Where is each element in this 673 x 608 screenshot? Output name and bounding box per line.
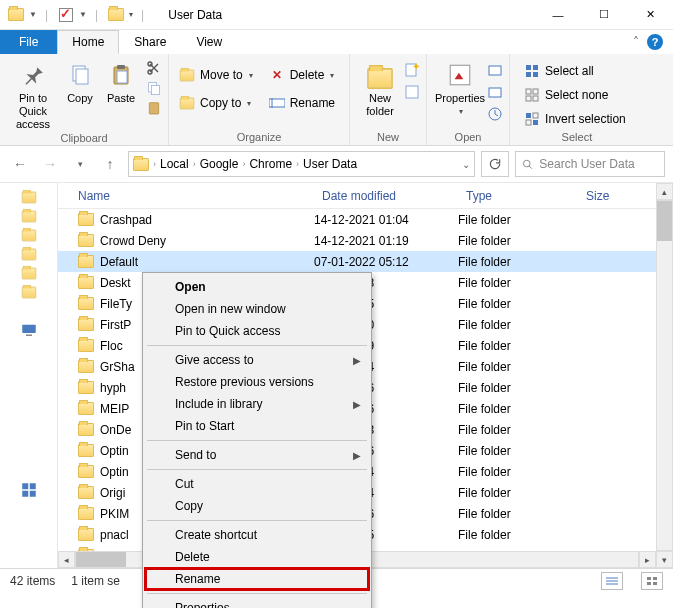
back-button[interactable]: ← [8, 152, 32, 176]
ctx-copy-label: Copy [175, 499, 203, 513]
ctx-open[interactable]: Open [145, 276, 369, 298]
scroll-thumb[interactable] [76, 552, 126, 567]
copy-button[interactable]: Copy [60, 58, 100, 105]
column-type[interactable]: Type [458, 189, 578, 203]
details-view-button[interactable] [601, 572, 623, 590]
breadcrumb[interactable]: User Data [303, 157, 357, 171]
properties-button[interactable]: Properties ▾ [433, 58, 487, 117]
tree-folder-icon[interactable] [21, 230, 35, 242]
tab-view[interactable]: View [181, 30, 237, 54]
table-row[interactable]: Crashpad14-12-2021 01:04File folder [58, 209, 656, 230]
search-box[interactable] [515, 151, 665, 177]
ctx-properties[interactable]: Properties [145, 597, 369, 608]
new-item-icon[interactable]: ✦ [404, 62, 420, 78]
vertical-scrollbar[interactable]: ▴ ▾ [656, 183, 673, 568]
forward-button[interactable]: → [38, 152, 62, 176]
select-all-button[interactable]: Select all [520, 62, 630, 80]
chevron-right-icon[interactable]: › [193, 159, 196, 169]
scroll-right-icon[interactable]: ▸ [639, 551, 656, 568]
qat-caret-icon[interactable]: ▼ [29, 10, 37, 19]
folder-icon [133, 158, 149, 171]
table-row[interactable]: Crowd Deny14-12-2021 01:19File folder [58, 230, 656, 251]
ctx-give-access[interactable]: Give access to▶ [145, 349, 369, 371]
tree-folder-icon[interactable] [21, 192, 35, 204]
ctx-delete[interactable]: Delete [145, 546, 369, 568]
rename-label: Rename [290, 96, 335, 110]
windows-icon[interactable] [20, 481, 38, 499]
ctx-open-new-window[interactable]: Open in new window [145, 298, 369, 320]
nav-tree[interactable] [0, 183, 58, 568]
column-name[interactable]: Name [58, 189, 314, 203]
breadcrumb[interactable]: Google [200, 157, 239, 171]
copy-path-icon[interactable] [146, 80, 162, 96]
scroll-down-icon[interactable]: ▾ [656, 551, 673, 568]
ctx-rename[interactable]: Rename [145, 568, 369, 590]
address-bar[interactable]: › Local› Google› Chrome› User Data ⌄ [128, 151, 475, 177]
breadcrumb[interactable]: Local [160, 157, 189, 171]
tab-share[interactable]: Share [119, 30, 181, 54]
properties-checkbox-icon[interactable] [56, 5, 76, 25]
tree-folder-icon[interactable] [21, 287, 35, 299]
this-pc-icon[interactable] [20, 321, 38, 339]
ctx-restore-versions[interactable]: Restore previous versions [145, 371, 369, 393]
large-icons-view-button[interactable] [641, 572, 663, 590]
qat-caret-icon[interactable]: ▼ [79, 10, 87, 19]
help-icon[interactable]: ? [647, 34, 663, 50]
paste-shortcut-icon[interactable] [146, 100, 162, 116]
file-type: File folder [458, 465, 578, 479]
scroll-left-icon[interactable]: ◂ [58, 551, 75, 568]
tree-folder-icon[interactable] [21, 249, 35, 261]
refresh-button[interactable] [481, 151, 509, 177]
tree-folder-icon[interactable] [21, 268, 35, 280]
edit-icon[interactable] [487, 84, 503, 100]
table-row[interactable]: Default07-01-2022 05:12File folder [58, 251, 656, 272]
copy-to-label: Copy to [200, 96, 241, 110]
ctx-include-library[interactable]: Include in library▶ [145, 393, 369, 415]
ctx-copy[interactable]: Copy [145, 495, 369, 517]
select-none-button[interactable]: Select none [520, 86, 630, 104]
minimize-button[interactable]: — [535, 0, 581, 30]
column-size[interactable]: Size [578, 189, 632, 203]
address-history-button[interactable]: ⌄ [462, 159, 470, 170]
pin-to-quick-access-button[interactable]: Pin to Quick access [6, 58, 60, 132]
tab-file[interactable]: File [0, 30, 57, 54]
ribbon-collapse-icon[interactable]: ˄ [633, 35, 639, 49]
ctx-pin-start[interactable]: Pin to Start [145, 415, 369, 437]
ctx-cut[interactable]: Cut [145, 473, 369, 495]
easy-access-icon[interactable] [404, 84, 420, 100]
open-icon[interactable] [487, 62, 503, 78]
folder-icon[interactable] [106, 5, 126, 25]
rename-button[interactable]: Rename [265, 94, 339, 112]
close-button[interactable]: ✕ [627, 0, 673, 30]
move-to-button[interactable]: Move to ▾ [175, 66, 257, 84]
delete-button[interactable]: ✕ Delete ▾ [265, 66, 339, 84]
history-icon[interactable] [487, 106, 503, 122]
chevron-right-icon[interactable]: › [242, 159, 245, 169]
ctx-create-shortcut[interactable]: Create shortcut [145, 524, 369, 546]
ribbon-group-clipboard: Pin to Quick access Copy Paste Clipboard [0, 54, 169, 145]
copy-to-button[interactable]: Copy to ▾ [175, 94, 257, 112]
column-date[interactable]: Date modified [314, 189, 458, 203]
folder-icon [78, 255, 94, 268]
breadcrumb[interactable]: Chrome [249, 157, 292, 171]
cut-icon[interactable] [146, 60, 162, 76]
invert-selection-button[interactable]: Invert selection [520, 110, 630, 128]
qat-overflow-icon[interactable]: ▾ [129, 10, 133, 19]
scroll-thumb[interactable] [657, 201, 672, 241]
chevron-right-icon[interactable]: › [296, 159, 299, 169]
tab-home[interactable]: Home [57, 30, 119, 54]
copy-to-icon [179, 95, 195, 111]
ctx-pin-quick-access[interactable]: Pin to Quick access [145, 320, 369, 342]
scroll-up-icon[interactable]: ▴ [656, 183, 673, 200]
maximize-button[interactable]: ☐ [581, 0, 627, 30]
folder-icon [78, 213, 94, 226]
search-input[interactable] [539, 157, 658, 171]
ctx-send-to[interactable]: Send to▶ [145, 444, 369, 466]
tree-folder-icon[interactable] [21, 211, 35, 223]
new-folder-button[interactable]: New folder [356, 58, 404, 118]
up-button[interactable]: ↑ [98, 152, 122, 176]
recent-locations-button[interactable]: ▾ [68, 152, 92, 176]
select-all-label: Select all [545, 64, 594, 78]
chevron-right-icon[interactable]: › [153, 159, 156, 169]
paste-button[interactable]: Paste [100, 58, 142, 105]
